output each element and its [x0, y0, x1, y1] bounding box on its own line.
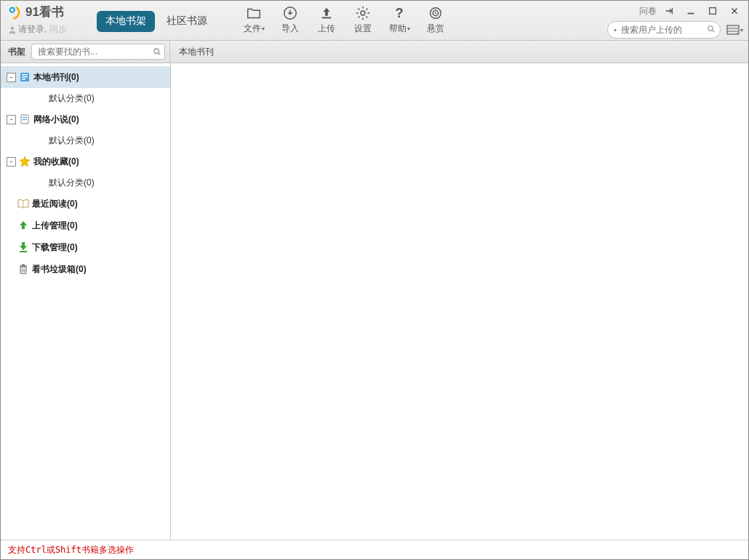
collapse-icon[interactable]: - [7, 73, 16, 82]
svg-point-2 [11, 26, 15, 30]
toolbar: 文件▾ 导入 上传 设置 ? [236, 4, 453, 35]
window-controls: 问卷 [639, 2, 745, 20]
tree-child-label: 默认分类(0) [49, 92, 95, 105]
bounty-button[interactable]: 悬赏 [418, 4, 453, 35]
svg-rect-10 [688, 13, 694, 15]
file-button[interactable]: 文件▾ [236, 4, 271, 35]
sidebar-tree: - 本地书刊(0) 默认分类(0) - 网络小说(0) [1, 63, 170, 280]
tree-node-favorites[interactable]: - 我的收藏(0) [1, 151, 170, 172]
survey-link[interactable]: 问卷 [639, 5, 657, 17]
login-link[interactable]: 请登录, [18, 23, 47, 36]
tree-label: 最近阅读(0) [32, 198, 78, 210]
main-tabs: 本地书架 社区书源 [97, 11, 216, 32]
tree-label: 上传管理(0) [32, 220, 78, 232]
sidebar-search-input[interactable] [36, 46, 153, 57]
minimize-button[interactable] [680, 4, 702, 18]
app-window: 91看书 请登录, 同步 本地书架 社区书源 文件▾ [0, 0, 749, 560]
tab-local-shelf[interactable]: 本地书架 [97, 11, 155, 32]
book-blue-icon [19, 71, 31, 83]
top-search-row: ▾ ▾ [607, 21, 744, 39]
body: - 本地书刊(0) 默认分类(0) - 网络小说(0) [1, 63, 748, 540]
settings-label: 设置 [354, 23, 372, 35]
svg-point-5 [361, 11, 365, 15]
tab-community[interactable]: 社区书源 [158, 11, 216, 32]
tree-node-local-books[interactable]: - 本地书刊(0) [1, 66, 170, 88]
svg-point-12 [708, 26, 713, 31]
file-label: 文件 [244, 23, 261, 35]
subheader: 书架 本地书刊 [1, 41, 748, 63]
upload-button[interactable]: 上传 [309, 4, 344, 35]
content-title: 本地书刊 [170, 46, 214, 58]
bounty-label: 悬赏 [427, 23, 444, 35]
page-icon [19, 113, 31, 125]
svg-rect-18 [22, 79, 25, 80]
svg-rect-17 [22, 76, 28, 78]
search-icon[interactable] [153, 47, 161, 57]
folder-icon [245, 4, 263, 22]
tree-node-recent[interactable]: - 最近阅读(0) [1, 193, 170, 215]
sidebar: - 本地书刊(0) 默认分类(0) - 网络小说(0) [1, 63, 171, 540]
tree-node-web-novel[interactable]: - 网络小说(0) [1, 108, 170, 130]
pin-button[interactable] [658, 4, 680, 18]
tree-child-default-3[interactable]: 默认分类(0) [1, 172, 170, 193]
tree-label: 下载管理(0) [32, 241, 78, 254]
open-book-icon [17, 198, 29, 209]
upload-label: 上传 [318, 23, 335, 35]
help-button[interactable]: ? 帮助▾ [382, 4, 417, 35]
close-button[interactable] [724, 4, 745, 18]
app-logo: 91看书 [8, 4, 88, 20]
svg-point-9 [435, 12, 436, 14]
svg-point-1 [11, 8, 14, 11]
svg-rect-11 [710, 8, 716, 15]
svg-text:?: ? [395, 5, 403, 20]
tree-node-trash[interactable]: - 看书垃圾箱(0) [1, 258, 170, 280]
help-icon: ? [390, 4, 408, 22]
maximize-button[interactable] [702, 4, 724, 18]
logo-icon [8, 5, 23, 20]
svg-rect-4 [322, 17, 332, 19]
sidebar-search-box[interactable] [31, 44, 165, 60]
tree-label: 本地书刊(0) [33, 71, 79, 84]
svg-rect-16 [22, 74, 28, 76]
svg-rect-20 [23, 117, 27, 118]
footer-hint: 支持Ctrl或Shift书籍多选操作 [8, 544, 134, 556]
view-toggle-button[interactable]: ▾ [725, 23, 744, 37]
spacer: - [7, 244, 15, 252]
chevron-down-icon[interactable]: ▾ [614, 27, 617, 33]
svg-rect-25 [22, 264, 25, 265]
app-title: 91看书 [25, 4, 64, 20]
help-label: 帮助 [389, 23, 406, 35]
collapse-icon[interactable]: - [7, 157, 16, 167]
upload-icon [318, 4, 335, 22]
svg-rect-22 [20, 251, 27, 252]
svg-rect-21 [23, 119, 27, 120]
import-button[interactable]: 导入 [273, 4, 308, 35]
tree-label: 看书垃圾箱(0) [32, 263, 87, 276]
gear-icon [354, 4, 372, 22]
settings-button[interactable]: 设置 [345, 4, 380, 35]
tree-child-label: 默认分类(0) [49, 177, 95, 189]
tree-node-download-manage[interactable]: - 下载管理(0) [1, 236, 170, 258]
tree-child-default-1[interactable]: 默认分类(0) [1, 88, 170, 108]
top-search-input[interactable] [620, 24, 707, 36]
collapse-icon[interactable]: - [7, 115, 16, 124]
svg-rect-24 [20, 265, 27, 267]
download-green-icon [17, 241, 29, 253]
spacer: - [7, 200, 15, 208]
spacer: - [7, 265, 15, 273]
target-icon [427, 4, 444, 22]
top-search-box[interactable]: ▾ [607, 21, 721, 39]
logo-block: 91看书 请登录, 同步 [1, 1, 94, 36]
login-row: 请登录, 同步 [8, 23, 88, 36]
subheader-left: 书架 [1, 41, 170, 63]
tree-child-label: 默认分类(0) [49, 135, 95, 147]
person-icon [8, 25, 17, 34]
tree-child-default-2[interactable]: 默认分类(0) [1, 130, 170, 151]
sync-link[interactable]: 同步 [49, 23, 67, 36]
tree-label: 我的收藏(0) [33, 156, 79, 168]
tree-node-upload-manage[interactable]: - 上传管理(0) [1, 215, 170, 236]
search-icon[interactable] [707, 25, 716, 35]
tree-label: 网络小说(0) [33, 113, 79, 126]
shelf-title: 书架 [8, 46, 25, 58]
import-label: 导入 [281, 23, 299, 35]
